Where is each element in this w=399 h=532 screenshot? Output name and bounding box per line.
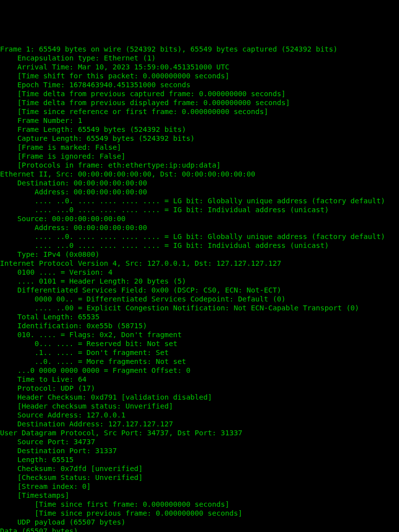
packet-line: [Time delta from previous captured frame… xyxy=(0,89,399,98)
packet-line: [Time since reference or first frame: 0.… xyxy=(0,107,399,116)
packet-line: Frame 1: 65549 bytes on wire (524392 bit… xyxy=(0,45,399,54)
packet-line: 0000 00.. = Differentiated Services Code… xyxy=(0,295,399,303)
packet-line: .... ..00 = Explicit Congestion Notifica… xyxy=(0,303,399,312)
packet-line: Differentiated Services Field: 0x00 (DSC… xyxy=(0,286,399,295)
packet-line: Internet Protocol Version 4, Src: 127.0.… xyxy=(0,259,399,268)
packet-line: UDP payload (65507 bytes) xyxy=(0,518,399,527)
packet-line: .... ..0. .... .... .... .... = LG bit: … xyxy=(0,232,399,241)
packet-line: Protocol: UDP (17) xyxy=(0,384,399,393)
packet-line: Arrival Time: Mar 10, 2023 15:59:00.4513… xyxy=(0,62,399,71)
packet-line: [Frame is marked: False] xyxy=(0,143,399,152)
packet-line: Time to Live: 64 xyxy=(0,375,399,384)
packet-line: [Header checksum status: Unverified] xyxy=(0,402,399,411)
packet-line: [Time delta from previous displayed fram… xyxy=(0,98,399,107)
packet-line: [Time since first frame: 0.000000000 sec… xyxy=(0,500,399,509)
packet-line: [Time shift for this packet: 0.000000000… xyxy=(0,71,399,80)
packet-line: .... ..0. .... .... .... .... = LG bit: … xyxy=(0,196,399,205)
packet-line: [Protocols in frame: eth:ethertype:ip:ud… xyxy=(0,161,399,170)
packet-line: Encapsulation type: Ethernet (1) xyxy=(0,54,399,62)
packet-line: Source Port: 34737 xyxy=(0,437,399,446)
packet-line: Source Address: 127.0.0.1 xyxy=(0,411,399,419)
packet-line: [Frame is ignored: False] xyxy=(0,152,399,161)
packet-line: Ethernet II, Src: 00:00:00:00:00:00, Dst… xyxy=(0,170,399,178)
packet-line: .... ...0 .... .... .... .... = IG bit: … xyxy=(0,241,399,250)
packet-line: Identification: 0xe55b (58715) xyxy=(0,321,399,330)
packet-line: Checksum: 0x7dfd [unverified] xyxy=(0,464,399,473)
packet-line: Address: 00:00:00:00:00:00 xyxy=(0,223,399,232)
packet-line: [Timestamps] xyxy=(0,491,399,500)
packet-line: Total Length: 65535 xyxy=(0,312,399,321)
packet-line: Length: 65515 xyxy=(0,455,399,464)
packet-line: 0100 .... = Version: 4 xyxy=(0,268,399,277)
packet-line: Type: IPv4 (0x0800) xyxy=(0,250,399,259)
packet-details-tree: Frame 1: 65549 bytes on wire (524392 bit… xyxy=(0,45,399,532)
packet-line: .... ...0 .... .... .... .... = IG bit: … xyxy=(0,205,399,214)
packet-line: Data (65507 bytes) xyxy=(0,527,399,532)
packet-line: [Stream index: 0] xyxy=(0,482,399,491)
packet-line: Frame Number: 1 xyxy=(0,116,399,125)
packet-line: .... 0101 = Header Length: 20 bytes (5) xyxy=(0,277,399,286)
packet-line: Source: 00:00:00:00:00:00 xyxy=(0,214,399,223)
packet-line: Header Checksum: 0xd791 [validation disa… xyxy=(0,393,399,402)
packet-line: .1.. .... = Don't fragment: Set xyxy=(0,348,399,357)
packet-line: ..0. .... = More fragments: Not set xyxy=(0,357,399,366)
packet-line: Address: 00:00:00:00:00:00 xyxy=(0,187,399,196)
packet-line: Destination Address: 127.127.127.127 xyxy=(0,419,399,428)
packet-line: [Checksum Status: Unverified] xyxy=(0,473,399,482)
packet-line: Destination Port: 31337 xyxy=(0,446,399,455)
packet-line: Frame Length: 65549 bytes (524392 bits) xyxy=(0,125,399,134)
packet-line: Destination: 00:00:00:00:00:00 xyxy=(0,178,399,187)
packet-line: ...0 0000 0000 0000 = Fragment Offset: 0 xyxy=(0,366,399,375)
packet-line: 010. .... = Flags: 0x2, Don't fragment xyxy=(0,330,399,339)
packet-line: 0... .... = Reserved bit: Not set xyxy=(0,339,399,348)
packet-line: User Datagram Protocol, Src Port: 34737,… xyxy=(0,428,399,437)
packet-line: [Time since previous frame: 0.000000000 … xyxy=(0,509,399,518)
packet-line: Epoch Time: 1678463940.451351000 seconds xyxy=(0,80,399,89)
packet-line: Capture Length: 65549 bytes (524392 bits… xyxy=(0,134,399,143)
